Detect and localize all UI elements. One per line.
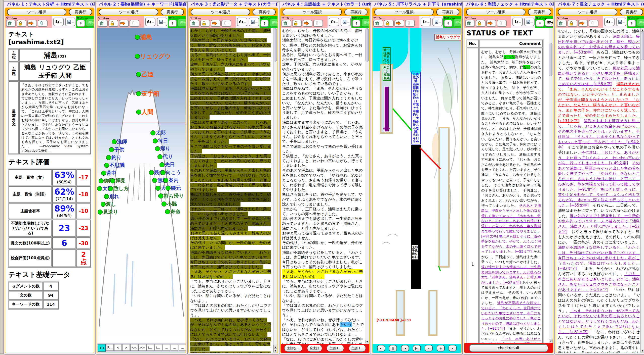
camera-lock-tool-button[interactable]: … xyxy=(237,18,247,26)
lock-tool-button[interactable]: … xyxy=(292,20,302,27)
panel-scroll-arrows[interactable]: ◄► xyxy=(460,2,462,6)
document-tool-button[interactable]: … xyxy=(65,18,75,26)
trash-tool-button[interactable]: … xyxy=(6,20,16,27)
lock-tool-button[interactable]: … xyxy=(384,20,394,27)
scroll-up-icon[interactable]: ▲ xyxy=(273,345,277,349)
tool-select-button[interactable]: ツール選択 xyxy=(283,9,342,15)
rerun-button[interactable]: 再実行 xyxy=(344,9,368,15)
button[interactable]: << xyxy=(130,344,138,351)
keyword-chip[interactable]: 拝見 xyxy=(110,177,126,184)
partial-text-spinner[interactable]: ▲▼ xyxy=(352,20,360,27)
scrollbar-thumb[interactable] xyxy=(366,28,369,62)
button[interactable]: + xyxy=(437,345,445,351)
document-tool-button[interactable]: … xyxy=(249,18,259,26)
paperclip-tool-button[interactable]: … xyxy=(38,20,48,27)
arrow-tool-button[interactable]: … xyxy=(211,20,221,27)
button[interactable]: > xyxy=(401,345,409,351)
keyword-chip[interactable]: 代り xyxy=(157,153,173,160)
keyword-chip[interactable]: 玉手箱 xyxy=(136,90,159,98)
button[interactable]: ▯ xyxy=(389,345,397,351)
arrow-tool-button[interactable]: … xyxy=(119,20,129,27)
button[interactable]: < xyxy=(114,344,122,351)
camera-lock-tool-button[interactable]: … xyxy=(329,18,339,26)
scrollbar-thumb[interactable] xyxy=(641,32,644,60)
paperclip-tool-button[interactable]: … xyxy=(405,20,415,27)
partial-text-spinner[interactable]: ▲▼ xyxy=(444,20,452,27)
document-tool-button[interactable]: … xyxy=(524,18,535,26)
scrollbar-thumb[interactable] xyxy=(549,43,552,76)
keyword-chip[interactable]: 案内 xyxy=(163,177,179,184)
keyword-chip[interactable]: 帰り xyxy=(155,145,170,152)
trash-tool-button[interactable]: … xyxy=(98,20,108,27)
rerun-button[interactable]: 再実行 xyxy=(436,9,459,15)
scroll-down-icon[interactable]: ▼ xyxy=(365,340,369,343)
rerun-button[interactable]: 再実行 xyxy=(69,9,92,15)
button[interactable]: ... xyxy=(179,344,186,351)
trash-tool-button[interactable]: … xyxy=(190,20,199,27)
tool-select-button[interactable]: ツール選択 xyxy=(558,9,617,15)
partial-text-spinner[interactable]: ▲▼ xyxy=(536,20,544,27)
button[interactable]: I... xyxy=(154,344,162,351)
keyword-chip[interactable]: 腰元 xyxy=(166,185,181,191)
partial-text-spinner[interactable]: ▲▼ xyxy=(169,20,177,27)
tool-select-button[interactable]: ツール選択 xyxy=(99,9,158,15)
lock-tool-button[interactable]: … xyxy=(17,20,26,27)
document-tool-button[interactable]: … xyxy=(432,18,443,26)
trash-tool-button[interactable]: … xyxy=(465,20,475,27)
keyword-chip[interactable]: 先日 xyxy=(159,161,175,168)
arrow-tool-button[interactable]: … xyxy=(486,20,496,27)
keyword-chip[interactable]: 毎日 xyxy=(153,137,168,144)
camera-lock-tool-button[interactable]: … xyxy=(512,18,523,26)
keyword-chip[interactable]: 別れ xyxy=(104,193,119,200)
lock-tool-button[interactable]: … xyxy=(108,20,118,27)
button[interactable]: - xyxy=(425,345,433,351)
arrow-tool-button[interactable]: … xyxy=(27,20,37,27)
button[interactable]: ... xyxy=(163,344,170,351)
keyword-chip[interactable]: リュウグウ xyxy=(135,52,171,60)
keyword-chip[interactable]: 不思議 xyxy=(104,162,125,169)
paperclip-tool-button[interactable]: … xyxy=(497,20,507,27)
arrow-tool-button[interactable]: … xyxy=(578,20,588,27)
keyword-chip[interactable]: 人間 xyxy=(136,108,153,116)
camera-lock-tool-button[interactable]: … xyxy=(421,18,431,26)
tool-select-button[interactable]: ツール選択 xyxy=(7,9,66,15)
keyword-chip[interactable]: 寿命 xyxy=(165,208,180,215)
paperclip-tool-button[interactable]: … xyxy=(130,20,139,27)
paperclip-tool-button[interactable]: … xyxy=(313,20,323,27)
lock-tool-button[interactable]: … xyxy=(200,20,210,27)
document-tool-button[interactable]: … xyxy=(341,18,351,26)
tool-select-button[interactable]: ツール選択 xyxy=(466,9,526,15)
scrollbar[interactable]: ▲ ▼ xyxy=(640,28,644,352)
rerun-button[interactable]: 再実行 xyxy=(528,9,551,15)
keyword-chip[interactable]: 子供 xyxy=(109,146,124,153)
partial-text-spinner[interactable]: ▲▼ xyxy=(628,20,636,27)
panel-scroll-arrows[interactable]: ◄► xyxy=(184,2,187,6)
tool-select-button[interactable]: ツール選択 xyxy=(374,9,434,15)
button[interactable]: 主語な... xyxy=(284,345,302,352)
button[interactable]: |< xyxy=(413,345,421,351)
keyword-chip[interactable]: 漁師 xyxy=(112,138,127,145)
button[interactable]: >| xyxy=(449,345,457,351)
button[interactable]: I... xyxy=(146,344,154,351)
button[interactable]: R... xyxy=(106,344,114,351)
trash-tool-button[interactable]: … xyxy=(373,20,383,27)
tool-select-button[interactable]: ツール選択 xyxy=(191,9,250,15)
camera-lock-tool-button[interactable]: … xyxy=(53,18,64,26)
keyword-chip[interactable]: 釣り xyxy=(106,154,122,161)
arrow-tool-button[interactable]: … xyxy=(394,20,404,27)
partial-text-spinner[interactable]: ▲▼ xyxy=(77,20,85,27)
lock-tool-button[interactable]: … xyxy=(568,20,577,27)
keyword-chip[interactable]: 見送り xyxy=(98,209,118,215)
scrollbar[interactable]: ▲ ▼ xyxy=(273,28,277,352)
button[interactable]: 10 xyxy=(98,344,106,352)
button[interactable]: 全主語 xyxy=(307,345,322,352)
keyword-chip[interactable]: 向こう xyxy=(160,169,181,176)
button[interactable]: < xyxy=(377,345,385,351)
document-tool-button[interactable]: … xyxy=(157,18,167,26)
button[interactable]: > xyxy=(122,344,130,351)
checkresult-button[interactable]: checkresult xyxy=(469,344,548,352)
panel-scroll-arrows[interactable]: ◄► xyxy=(93,2,95,6)
keyword-chip[interactable]: 乙姫 xyxy=(136,70,153,78)
keyword-chip[interactable]: 持ち帰り xyxy=(158,192,184,199)
scrollbar-thumb[interactable] xyxy=(274,28,277,62)
